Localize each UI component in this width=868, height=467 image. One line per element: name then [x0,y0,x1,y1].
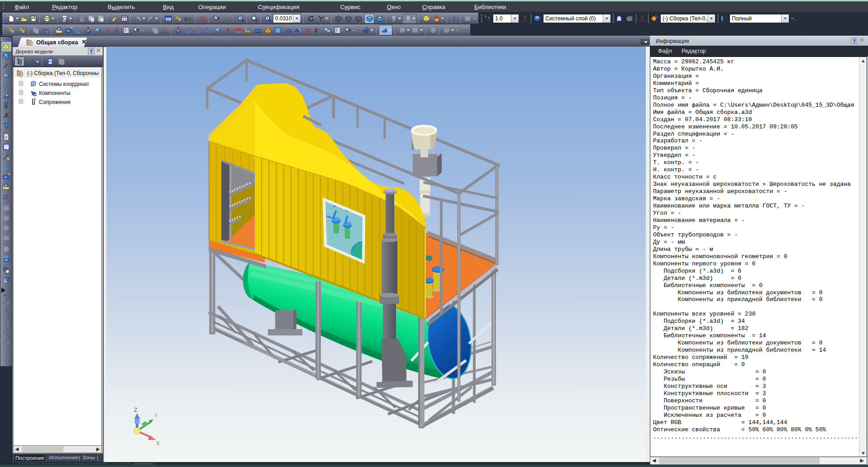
svg-text:Y: Y [154,413,158,419]
svg-text:Z: Z [134,407,137,413]
svg-text:X: X [156,440,160,447]
